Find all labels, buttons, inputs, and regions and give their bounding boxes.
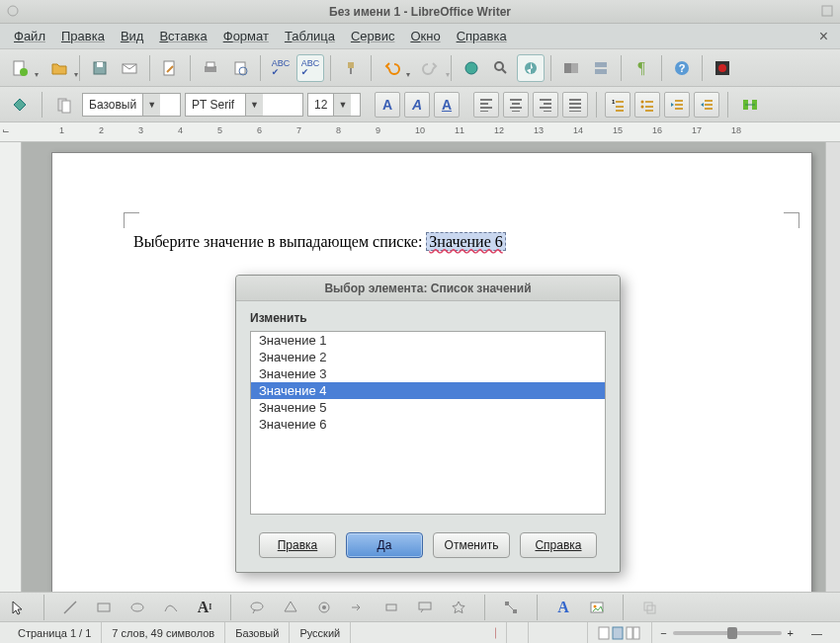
rect-tool-button[interactable] <box>92 596 116 619</box>
print-button[interactable] <box>197 54 224 82</box>
hyperlink-button[interactable] <box>458 54 485 82</box>
menu-insert[interactable]: Вставка <box>151 26 214 46</box>
align-right-button[interactable] <box>533 92 558 118</box>
status-insertmode[interactable] <box>485 622 507 643</box>
nonprinting-button[interactable]: ¶ <box>628 54 655 82</box>
arrow-shapes-button[interactable] <box>346 596 370 619</box>
dropdown-field[interactable]: Значение 6 <box>426 232 505 251</box>
status-selmode[interactable] <box>507 622 529 643</box>
points-edit-button[interactable] <box>499 596 523 619</box>
dialog-listbox[interactable]: Значение 1Значение 2Значение 3Значение 4… <box>250 331 606 515</box>
menu-view[interactable]: Вид <box>113 26 152 46</box>
status-viewlayout[interactable] <box>588 622 652 643</box>
fontwork-button[interactable]: A <box>551 596 575 619</box>
spellcheck-button[interactable]: ABC✔ <box>267 54 294 82</box>
numbered-list-button[interactable]: 1 <box>605 92 630 118</box>
select-tool-button[interactable] <box>6 596 30 619</box>
ruler-tick: 11 <box>455 125 464 135</box>
dialog-ok-button[interactable]: Да <box>346 532 423 558</box>
ellipse-tool-button[interactable] <box>126 596 149 619</box>
status-wordcount[interactable]: 7 слов, 49 символов <box>102 622 225 643</box>
horizontal-ruler[interactable]: ⌙ 123456789101112131415161718 <box>0 122 840 142</box>
dialog-cancel-button[interactable]: Отменить <box>433 532 510 558</box>
styles-dialog-button[interactable] <box>6 91 34 119</box>
align-justify-button[interactable] <box>562 92 588 118</box>
vertical-ruler[interactable] <box>0 142 22 592</box>
dialog-edit-button[interactable]: Правка <box>259 532 336 558</box>
insert-image-button[interactable] <box>585 596 609 619</box>
zoom-percent[interactable]: — <box>801 622 832 643</box>
help-button[interactable]: ? <box>668 54 696 82</box>
record-macro-button[interactable] <box>709 54 736 82</box>
document-text[interactable]: Выберите значение в выпадающем списке: З… <box>133 233 506 251</box>
dialog-option[interactable]: Значение 3 <box>251 365 605 382</box>
align-left-button[interactable] <box>473 92 499 118</box>
menu-file[interactable]: Файл <box>6 26 53 46</box>
font-size-combo[interactable]: 12 ▼ <box>307 93 361 117</box>
line-tool-button[interactable] <box>58 596 82 619</box>
gallery-button[interactable] <box>557 54 585 82</box>
bullet-list-button[interactable] <box>634 92 660 118</box>
decrease-indent-button[interactable] <box>694 92 719 118</box>
curve-tool-button[interactable] <box>159 596 183 619</box>
callout-tool-button[interactable] <box>245 596 269 619</box>
chevron-down-icon[interactable]: ▼ <box>333 94 351 116</box>
zoom-in-icon[interactable]: + <box>788 627 794 639</box>
format-brush-button[interactable] <box>337 54 365 82</box>
new-doc-button[interactable] <box>6 54 34 82</box>
save-button[interactable] <box>86 54 114 82</box>
datasource-button[interactable] <box>587 54 615 82</box>
vertical-scrollbar[interactable] <box>825 142 840 592</box>
menu-help[interactable]: Справка <box>449 26 515 46</box>
autospell-button[interactable]: ABC✔ <box>296 54 324 82</box>
open-button[interactable] <box>45 54 73 82</box>
menu-tools[interactable]: Сервис <box>343 26 403 46</box>
star-shapes-button[interactable] <box>447 596 470 619</box>
dialog-option[interactable]: Значение 6 <box>251 416 605 433</box>
status-language[interactable]: Русский <box>290 622 351 643</box>
underline-button[interactable]: А <box>434 92 460 118</box>
zoom-slider[interactable]: − + <box>652 627 801 639</box>
menu-edit[interactable]: Правка <box>53 26 113 46</box>
status-page[interactable]: Страница 1 / 1 <box>8 622 102 643</box>
window-maximize-icon[interactable] <box>820 4 834 18</box>
email-button[interactable] <box>116 54 143 82</box>
styles-dropdown-button[interactable] <box>50 91 78 119</box>
find-button[interactable] <box>487 54 515 82</box>
status-style[interactable]: Базовый <box>225 622 290 643</box>
chevron-down-icon[interactable]: ▼ <box>142 94 160 116</box>
navigator-button[interactable] <box>517 54 545 82</box>
basic-shapes-button[interactable] <box>279 596 302 619</box>
bold-button[interactable]: А <box>375 92 400 118</box>
preview-button[interactable] <box>226 54 254 82</box>
window-menu-icon[interactable] <box>6 4 20 18</box>
chevron-down-icon[interactable]: ▼ <box>245 94 263 116</box>
find-toolbar-button[interactable] <box>736 91 764 119</box>
flowchart-shapes-button[interactable] <box>379 596 403 619</box>
undo-button[interactable] <box>378 54 405 82</box>
align-center-button[interactable] <box>503 92 529 118</box>
extrusion-button[interactable] <box>637 596 661 619</box>
redo-button[interactable] <box>417 54 445 82</box>
status-signature[interactable] <box>529 622 588 643</box>
dialog-help-button[interactable]: Справка <box>520 532 597 558</box>
font-name-combo[interactable]: PT Serif ▼ <box>185 93 303 117</box>
paragraph-style-combo[interactable]: Базовый ▼ <box>82 93 181 117</box>
textbox-tool-button[interactable]: AI <box>193 596 216 619</box>
svg-point-34 <box>251 603 263 610</box>
italic-button[interactable]: А <box>404 92 430 118</box>
menu-table[interactable]: Таблица <box>277 26 343 46</box>
zoom-out-icon[interactable]: − <box>660 627 666 639</box>
symbol-shapes-button[interactable] <box>312 596 336 619</box>
doc-close-icon[interactable]: × <box>813 28 834 45</box>
dialog-option[interactable]: Значение 5 <box>251 399 605 416</box>
dialog-option[interactable]: Значение 1 <box>251 332 605 349</box>
menu-format[interactable]: Формат <box>215 26 277 46</box>
increase-indent-button[interactable] <box>664 92 690 118</box>
dialog-label: Изменить <box>250 311 606 325</box>
edit-mode-button[interactable] <box>156 54 184 82</box>
dialog-option[interactable]: Значение 2 <box>251 349 605 365</box>
callout-shapes-button[interactable] <box>413 596 437 619</box>
dialog-option[interactable]: Значение 4 <box>251 382 605 399</box>
menu-window[interactable]: Окно <box>402 26 448 46</box>
